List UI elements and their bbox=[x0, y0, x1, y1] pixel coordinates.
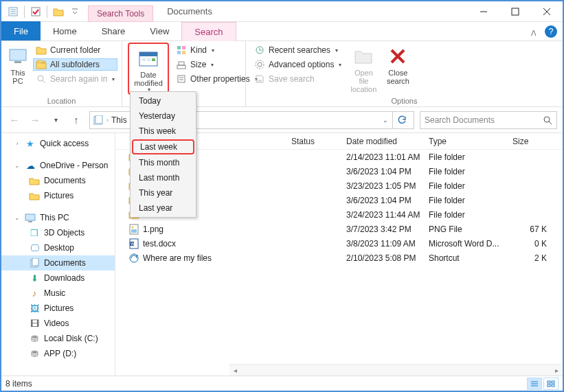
dropdown-item-last-month[interactable]: Last month bbox=[131, 170, 196, 185]
nav-documents[interactable]: Documents bbox=[1, 255, 115, 270]
svg-point-44 bbox=[132, 226, 134, 228]
search-box[interactable]: Search Documents bbox=[420, 111, 557, 129]
chevron-right-icon[interactable]: › bbox=[106, 117, 109, 124]
up-button[interactable]: ↑ bbox=[69, 113, 84, 128]
chevron-down-icon: ▾ bbox=[211, 62, 214, 68]
nav-label: Documents bbox=[44, 258, 86, 268]
horizontal-scrollbar[interactable]: ◂ ▸ bbox=[229, 364, 563, 376]
current-folder-button[interactable]: Current folder bbox=[33, 44, 117, 56]
svg-rect-39 bbox=[28, 221, 32, 222]
column-date[interactable]: Date modified bbox=[346, 137, 429, 146]
folders-icon bbox=[36, 59, 47, 70]
music-icon: ♪ bbox=[29, 288, 40, 299]
back-button[interactable]: ← bbox=[7, 113, 22, 128]
nav-this-pc[interactable]: ⌄ This PC bbox=[1, 210, 115, 225]
nav-quick-access[interactable]: › ★ Quick access bbox=[1, 136, 115, 151]
search-icon[interactable] bbox=[543, 115, 552, 125]
properties-icon[interactable] bbox=[5, 4, 21, 19]
large-icons-view-button[interactable] bbox=[543, 378, 559, 390]
nav-onedrive-pictures[interactable]: Pictures bbox=[1, 188, 115, 203]
date-modified-button[interactable]: Date modified ▾ bbox=[130, 45, 167, 93]
scroll-left-icon[interactable]: ◂ bbox=[229, 367, 241, 374]
svg-rect-25 bbox=[178, 76, 185, 82]
qat-dropdown-icon[interactable] bbox=[67, 4, 82, 19]
open-file-location-button[interactable]: Open file location bbox=[348, 43, 379, 93]
nav-label: Documents bbox=[44, 176, 86, 185]
address-dropdown-icon[interactable]: ⌄ bbox=[379, 117, 392, 124]
chevron-down-icon: ▾ bbox=[112, 76, 115, 82]
collapse-icon[interactable]: ⌄ bbox=[14, 214, 21, 221]
dropdown-item-yesterday[interactable]: Yesterday bbox=[131, 108, 196, 124]
svg-rect-17 bbox=[147, 58, 150, 61]
window-title: Documents bbox=[167, 6, 212, 16]
forward-button[interactable]: → bbox=[27, 113, 43, 128]
star-icon: ★ bbox=[25, 138, 36, 149]
maximize-button[interactable] bbox=[499, 1, 531, 22]
address-bar-row: ← → ▾ ↑ › This I › ⌄ Search Documents bbox=[1, 107, 563, 133]
file-row[interactable]: Where are my files2/10/2023 5:08 PMShort… bbox=[115, 251, 563, 265]
file-size: 2 K bbox=[512, 253, 547, 263]
file-size: 0 K bbox=[512, 239, 547, 249]
nav-label: Pictures bbox=[44, 191, 74, 200]
dropdown-item-last-week[interactable]: Last week bbox=[132, 139, 194, 154]
dropdown-item-last-year[interactable]: Last year bbox=[131, 200, 196, 216]
search-again-button[interactable]: Search again in ▾ bbox=[33, 73, 117, 85]
nav-videos[interactable]: 🎞Videos bbox=[1, 316, 115, 331]
nav-app-d[interactable]: ⛃APP (D:) bbox=[1, 346, 115, 361]
svg-rect-24 bbox=[179, 62, 184, 65]
recent-locations-button[interactable]: ▾ bbox=[48, 113, 63, 128]
column-status[interactable]: Status bbox=[291, 137, 346, 146]
breadcrumb-segment[interactable]: This I bbox=[111, 115, 131, 125]
all-subfolders-button[interactable]: All subfolders bbox=[33, 58, 117, 71]
file-row[interactable]: 1.png3/7/2023 3:42 PMPNG File67 K bbox=[115, 222, 563, 236]
scroll-right-icon[interactable]: ▸ bbox=[551, 367, 563, 374]
tab-share[interactable]: Share bbox=[89, 21, 138, 41]
column-size[interactable]: Size bbox=[512, 137, 547, 146]
dropdown-item-this-week[interactable]: This week bbox=[131, 124, 196, 139]
save-search-button[interactable]: Save search bbox=[251, 73, 344, 85]
dropdown-item-today[interactable]: Today bbox=[131, 93, 196, 108]
ribbon-collapse-icon[interactable]: ᐱ bbox=[526, 26, 542, 41]
svg-rect-4 bbox=[32, 8, 40, 16]
svg-rect-35 bbox=[95, 115, 102, 124]
svg-point-12 bbox=[38, 76, 43, 81]
tab-search[interactable]: Search bbox=[181, 22, 236, 41]
nav-music[interactable]: ♪Music bbox=[1, 286, 115, 301]
minimize-button[interactable] bbox=[468, 1, 499, 22]
file-row[interactable]: Wtest.docx3/8/2023 11:09 AMMicrosoft Wor… bbox=[115, 236, 563, 251]
this-pc-button[interactable]: This PC bbox=[7, 43, 29, 85]
details-view-button[interactable] bbox=[527, 378, 542, 390]
svg-rect-21 bbox=[177, 51, 181, 54]
folder-icon bbox=[29, 175, 40, 186]
file-name: Where are my files bbox=[143, 253, 291, 263]
dropdown-item-this-year[interactable]: This year bbox=[131, 185, 196, 200]
nav-label: Desktop bbox=[44, 243, 74, 253]
dropdown-item-this-month[interactable]: This month bbox=[131, 155, 196, 170]
nav-onedrive-documents[interactable]: Documents bbox=[1, 173, 115, 188]
nav-onedrive[interactable]: ⌄ ☁ OneDrive - Person bbox=[1, 158, 115, 173]
advanced-options-button[interactable]: Advanced options ▾ bbox=[251, 58, 344, 71]
recent-searches-button[interactable]: Recent searches ▾ bbox=[251, 44, 344, 56]
column-type[interactable]: Type bbox=[429, 137, 512, 146]
close-search-button[interactable]: Close search bbox=[383, 43, 413, 85]
checkbox-icon[interactable] bbox=[28, 4, 43, 19]
help-icon[interactable]: ? bbox=[545, 25, 557, 38]
tab-view[interactable]: View bbox=[137, 21, 181, 41]
nav-downloads[interactable]: ⬇Downloads bbox=[1, 270, 115, 286]
tab-home[interactable]: Home bbox=[41, 21, 89, 41]
file-size: 67 K bbox=[512, 224, 547, 234]
nav-local-disk-c[interactable]: ⛃Local Disk (C:) bbox=[1, 331, 115, 346]
nav-3d-objects[interactable]: ❒3D Objects bbox=[1, 225, 115, 240]
close-button[interactable] bbox=[531, 1, 563, 22]
refresh-button[interactable] bbox=[392, 112, 411, 128]
file-explorer-window: Search Tools Documents File Home Share V… bbox=[0, 0, 564, 392]
nav-pictures[interactable]: 🖼Pictures bbox=[1, 301, 115, 316]
nav-desktop[interactable]: 🖵Desktop bbox=[1, 240, 115, 255]
nav-label: Music bbox=[44, 288, 65, 298]
collapse-icon[interactable]: ⌄ bbox=[14, 162, 21, 169]
expand-icon[interactable]: › bbox=[14, 140, 21, 147]
folder-icon[interactable] bbox=[51, 4, 66, 19]
status-bar: 8 items bbox=[1, 376, 563, 391]
file-menu-button[interactable]: File bbox=[1, 21, 41, 41]
search-icon bbox=[36, 73, 47, 84]
